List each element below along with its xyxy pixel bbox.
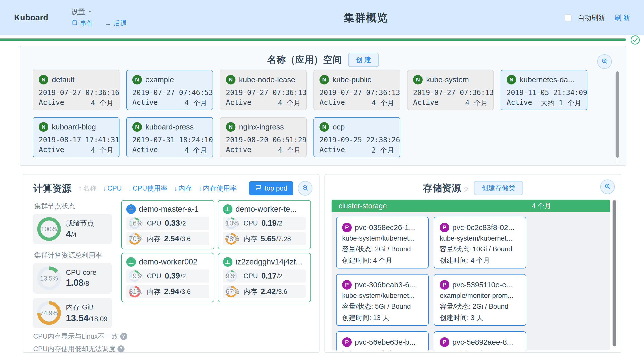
node-card[interactable]: 工 iz2zedgghv14j4zf... 9% CPU 0.17 /2 67%… bbox=[218, 253, 311, 302]
auto-refresh-checkbox[interactable] bbox=[565, 14, 572, 21]
namespaces-scrollbar[interactable] bbox=[616, 71, 619, 162]
back-label: 后退 bbox=[113, 19, 127, 28]
namespace-created: 2019-07-31 18:24:10 bbox=[132, 136, 207, 144]
memory-donut: 74.9% bbox=[37, 301, 61, 325]
sort-options: ↑名称 ↓CPU ↓CPU使用率 ↓内存 ↓内存使用率 bbox=[78, 184, 237, 193]
node-memory-metric: 67% 内存 2.42 /3.6 bbox=[223, 285, 306, 298]
sort-by-cpu-usage[interactable]: ↓CPU使用率 bbox=[128, 184, 168, 193]
namespace-age: 4 个月 bbox=[91, 98, 113, 108]
cluster-summary-column: 集群节点状态 100% 就绪节点 4/4 集群计算资源总利用率 13.5% CP… bbox=[33, 202, 112, 353]
pvc-created: 创建时间: 13 天 bbox=[342, 313, 423, 322]
pvc-capacity: 容量/状态: 2Gi / Bound bbox=[342, 245, 423, 254]
namespace-icon: N bbox=[413, 75, 423, 84]
pvc-created: 创建时间: 3 天 bbox=[440, 313, 520, 322]
namespaces-panel: 名称（应用）空间 创 建 Ndefault 2019-07-27 07:36:1… bbox=[20, 46, 626, 166]
storage-class-name: cluster-storage bbox=[339, 202, 387, 210]
namespace-age: 4 个月 bbox=[91, 146, 113, 155]
namespace-card[interactable]: Nkube-node-lease 2019-07-27 07:36:13 Act… bbox=[220, 70, 307, 110]
storage-title: 存储资源 bbox=[423, 182, 461, 195]
secondary-menu-row: 事件 ← 后退 bbox=[71, 19, 127, 28]
pvc-icon: P bbox=[440, 337, 449, 347]
refresh-button[interactable]: 刷 新 bbox=[614, 13, 630, 22]
settings-menu[interactable]: 设置 bbox=[71, 7, 127, 16]
pvc-card[interactable]: Ppvc-5e892aee-8... example/monitor-prom.… bbox=[434, 331, 526, 350]
sort-by-cpu[interactable]: ↓CPU bbox=[103, 185, 122, 192]
node-name: demo-master-a-1 bbox=[139, 205, 199, 214]
namespace-name: ocp bbox=[333, 123, 345, 131]
namespace-name: kuboard-press bbox=[145, 123, 194, 131]
sort-by-name[interactable]: ↑名称 bbox=[78, 184, 97, 193]
scrollbar-track-end bbox=[616, 158, 619, 164]
back-link[interactable]: ← 后退 bbox=[105, 19, 127, 28]
zoom-in-icon bbox=[601, 58, 608, 66]
node-card-grid: 主 demo-master-a-1 16% CPU 0.33 /2 70% 内存… bbox=[121, 200, 311, 302]
namespace-status: Active bbox=[507, 98, 532, 108]
namespace-card[interactable]: Nocp 2019-09-25 22:38:26 Active2 个月 bbox=[313, 117, 400, 157]
help-link-scheduling[interactable]: CPU内存使用低却无法调度 ? bbox=[33, 344, 112, 353]
namespace-card[interactable]: Nkuboard-blog 2019-08-17 17:41:31 Active… bbox=[33, 117, 119, 157]
top-pod-button[interactable]: top pod bbox=[249, 181, 293, 195]
node-card[interactable]: 工 demo-worker002 19% CPU 0.39 /2 81% 内存 … bbox=[121, 253, 214, 302]
help-link-cpu-display[interactable]: CPU内存显示与Linux不一致 ? bbox=[33, 332, 112, 341]
sort-desc-icon: ↓ bbox=[128, 185, 132, 192]
worker-node-icon: 工 bbox=[223, 204, 232, 214]
pvc-name: pvc-5e892aee-8... bbox=[452, 338, 513, 346]
top-bar: Kuboard 设置 事件 ← 后退 集 bbox=[0, 0, 644, 35]
worker-node-icon: 工 bbox=[126, 257, 136, 267]
top-menus: 设置 事件 ← 后退 bbox=[71, 7, 127, 28]
pvc-created: 创建时间: 4 个月 bbox=[440, 256, 520, 265]
pvc-name: pvc-0c2c83f8-02... bbox=[452, 223, 514, 232]
namespace-status: Active bbox=[413, 98, 438, 108]
namespace-card[interactable]: Nkube-system 2019-07-27 07:36:13 Active4… bbox=[407, 70, 494, 110]
scrollbar-thumb[interactable] bbox=[616, 71, 619, 158]
namespace-created: 2019-09-25 22:38:26 bbox=[319, 136, 394, 144]
events-link[interactable]: 事件 bbox=[71, 19, 94, 28]
storage-count: 2 bbox=[464, 186, 468, 195]
node-memory-metric: 78% 内存 5.65 /7.28 bbox=[223, 232, 306, 245]
node-name: iz2zedgghv14j4zf... bbox=[235, 257, 302, 266]
namespace-card[interactable]: Nkube-public 2019-07-27 07:36:13 Active4… bbox=[313, 70, 400, 110]
brand-logo[interactable]: Kuboard bbox=[14, 13, 48, 22]
node-card[interactable]: 主 demo-master-a-1 16% CPU 0.33 /2 70% 内存… bbox=[121, 200, 214, 249]
pvc-ref: example/monitor-prom... bbox=[440, 349, 520, 350]
namespace-card[interactable]: Nexample 2019-07-27 07:46:53 Active4 个月 bbox=[126, 70, 213, 110]
auto-refresh-label: 自动刷新 bbox=[578, 13, 605, 22]
namespace-status: Active bbox=[39, 98, 64, 108]
pvc-card[interactable]: Ppvc-56ebe63e-b... kube-system/kubernet.… bbox=[336, 331, 429, 350]
storage-class-bar[interactable]: cluster-storage 4 个月 bbox=[332, 200, 610, 212]
expand-compute-button[interactable] bbox=[298, 181, 312, 196]
question-icon: ? bbox=[120, 333, 127, 340]
pvc-card[interactable]: Ppvc-0c2c83f8-02... kube-system/kubernet… bbox=[434, 217, 526, 268]
back-arrow-icon: ← bbox=[105, 20, 111, 27]
pvc-capacity: 容量/状态: 2Gi / Bound bbox=[440, 302, 520, 311]
sort-by-memory-usage[interactable]: ↓内存使用率 bbox=[198, 184, 237, 193]
namespace-name: nginx-ingress bbox=[239, 123, 284, 131]
namespace-card[interactable]: Nkuboard-press 2019-07-31 18:24:10 Activ… bbox=[126, 117, 213, 157]
namespace-card[interactable]: Nnginx-ingress 2019-08-20 06:51:29 Activ… bbox=[220, 117, 307, 157]
node-card[interactable]: 工 demo-worker-te... 10% CPU 0.19 /2 78% … bbox=[218, 200, 311, 249]
node-status-gauge: 100% 就绪节点 4/4 bbox=[33, 214, 112, 244]
expand-storage-button[interactable] bbox=[600, 179, 615, 194]
scrollbar-thumb[interactable] bbox=[613, 200, 616, 346]
namespace-card[interactable]: Nkubernetes-da... 2019-11-05 21:34:09 Ac… bbox=[501, 70, 587, 110]
namespace-name: example bbox=[145, 75, 174, 84]
pvc-card[interactable]: Ppvc-0358ec26-1... kube-system/kubernet.… bbox=[336, 217, 429, 268]
expand-namespaces-button[interactable] bbox=[597, 54, 612, 69]
pvc-card[interactable]: Ppvc-306beab3-6... kube-system/kubernet.… bbox=[336, 274, 429, 326]
storage-scrollbar[interactable] bbox=[613, 200, 616, 350]
namespace-created: 2019-07-27 07:36:13 bbox=[319, 88, 394, 97]
namespace-card[interactable]: Ndefault 2019-07-27 07:36:16 Active4 个月 bbox=[33, 70, 119, 110]
node-name: demo-worker-te... bbox=[235, 205, 297, 214]
namespace-age: 4 个月 bbox=[184, 98, 207, 108]
pvc-card[interactable]: Ppvc-5395110e-e... example/monitor-prom.… bbox=[434, 274, 526, 326]
events-label: 事件 bbox=[80, 19, 94, 28]
namespace-status: Active bbox=[132, 98, 158, 108]
namespace-status: Active bbox=[132, 146, 158, 155]
pvc-ref: example/monitor-prom... bbox=[440, 292, 520, 300]
create-storage-class-button[interactable]: 创建存储类 bbox=[474, 181, 523, 195]
sort-by-memory[interactable]: ↓内存 bbox=[174, 184, 192, 193]
namespace-status: Active bbox=[319, 98, 345, 108]
pvc-icon: P bbox=[342, 337, 352, 347]
namespace-age: 4 个月 bbox=[278, 98, 301, 108]
create-namespace-button[interactable]: 创 建 bbox=[348, 53, 379, 67]
